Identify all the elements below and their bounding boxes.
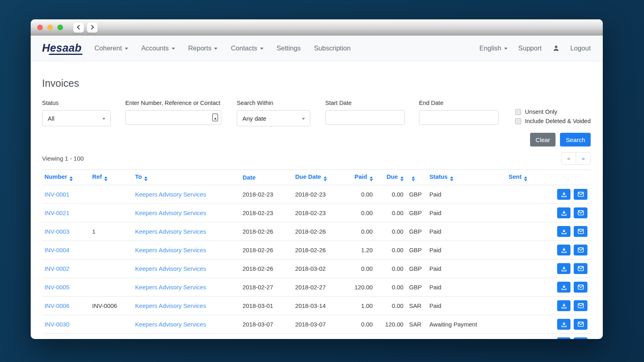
column-header-currency[interactable] [407,170,427,185]
invoice-number-link[interactable]: INV-0003 [44,228,69,235]
download-invoice-button[interactable] [557,189,571,200]
menu-item-subscription[interactable]: Subscription [314,44,351,52]
email-invoice-button[interactable] [574,337,587,339]
email-invoice-button[interactable] [574,263,587,274]
column-header-to[interactable]: To [133,170,240,185]
filter-actions: Clear Search [42,133,591,146]
invoice-sent [506,334,555,339]
contact-picker-icon[interactable] [212,113,218,121]
invoice-number-link[interactable]: INV-0004 [44,247,69,253]
download-invoice-button[interactable] [557,263,571,274]
start-date-input[interactable] [325,110,405,125]
column-header-date[interactable]: Date [240,170,293,185]
invoice-contact-link[interactable]: Keepers Advisory Services [135,228,206,235]
invoice-due-amount: 0.00 [376,185,407,204]
invoice-sent [506,315,555,334]
column-header-ref[interactable]: Ref [90,170,133,185]
search-button[interactable]: Search [560,133,591,146]
invoice-number-link[interactable]: INV-0002 [44,266,69,272]
invoice-date: 2018-02-26 [240,241,293,259]
download-icon [561,266,567,272]
invoice-contact-link[interactable]: Keepers Advisory Services [135,284,206,291]
download-icon [561,247,567,253]
table-row: INV-0004 Keepers Advisory Services 2018-… [42,241,591,259]
menu-item-settings[interactable]: Settings [277,44,301,52]
email-icon [578,229,584,234]
column-header-due[interactable]: Due [376,170,407,185]
invoice-due-date: 2018-02-23 [293,204,335,222]
window-titlebar [31,19,603,36]
download-invoice-button[interactable] [557,207,571,218]
menu-item-accounts[interactable]: Accounts [141,44,175,52]
invoice-number-link[interactable]: INV-0021 [44,210,69,216]
end-date-input[interactable] [419,110,499,125]
window-zoom-button[interactable] [57,25,63,30]
support-link[interactable]: Support [518,44,542,52]
invoice-status: Paid [427,185,506,204]
invoice-number-link[interactable]: INV-0006 [44,303,69,309]
desktop-background: Hesaab Coherent Accounts Reports Contact… [0,0,644,362]
search-within-select[interactable]: Any date [237,110,310,126]
column-header-status[interactable]: Status [427,170,506,185]
invoice-contact-link[interactable]: Keepers Advisory Services [135,266,206,272]
invoice-status: Paid [427,297,506,315]
download-invoice-button[interactable] [557,300,571,311]
language-dropdown[interactable]: English [480,44,507,52]
invoice-contact-link[interactable]: Keepers Advisory Services [135,321,206,328]
column-header-due-date[interactable]: Due Date [293,170,335,185]
browser-forward-button[interactable] [87,22,98,33]
invoice-number-link[interactable]: INV-0001 [44,191,69,198]
download-invoice-button[interactable] [557,245,571,255]
previous-page-button[interactable]: « [561,152,576,165]
sort-icon [144,176,147,181]
browser-back-button[interactable] [73,22,84,33]
window-close-button[interactable] [37,25,43,30]
table-row: INV-0005 Keepers Advisory Services 2018-… [42,278,591,297]
invoice-number-link[interactable]: INV-0005 [44,284,69,291]
email-invoice-button[interactable] [574,319,587,330]
unsent-only-checkbox[interactable]: Unsent Only [515,109,591,115]
invoice-currency: SAR [407,334,427,339]
email-invoice-button[interactable] [574,300,587,311]
query-input[interactable] [125,110,221,125]
invoice-status: Paid [427,204,506,222]
email-invoice-button[interactable] [574,207,587,218]
invoice-contact-link[interactable]: Keepers Advisory Services [135,191,206,198]
invoice-paid-amount: 0.00 [335,185,376,204]
invoice-ref [90,259,133,278]
download-invoice-button[interactable] [557,282,571,293]
invoice-status: Paid [427,259,506,278]
clear-button[interactable]: Clear [530,133,556,146]
email-invoice-button[interactable] [574,226,587,237]
download-icon [561,285,567,290]
user-icon[interactable] [553,45,560,52]
invoice-currency: SAR [407,297,427,315]
column-header-number[interactable]: Number [42,170,90,185]
window-minimize-button[interactable] [47,25,53,30]
column-header-paid[interactable]: Paid [335,170,376,185]
menu-item-coherent[interactable]: Coherent [95,44,128,52]
next-page-button[interactable]: » [576,152,591,165]
invoice-paid-amount: 22.00 [335,334,376,339]
logout-link[interactable]: Logout [570,44,591,52]
chevron-down-icon [260,48,263,50]
page-content: Invoices Status All Enter Number, Refere… [31,61,603,339]
email-invoice-button[interactable] [574,245,587,255]
menu-item-contacts[interactable]: Contacts [231,44,263,52]
download-invoice-button[interactable] [557,337,571,339]
invoice-number-link[interactable]: INV-0030 [44,321,69,328]
menu-item-reports[interactable]: Reports [188,44,218,52]
sort-icon [104,176,107,181]
brand-logo[interactable]: Hesaab [42,42,84,54]
download-invoice-button[interactable] [557,226,571,237]
invoice-contact-link[interactable]: Keepers Advisory Services [135,303,206,309]
email-invoice-button[interactable] [574,189,587,200]
email-invoice-button[interactable] [574,282,587,293]
invoice-contact-link[interactable]: Keepers Advisory Services [135,247,206,253]
invoice-due-amount: 120.00 [376,315,407,334]
invoice-contact-link[interactable]: Keepers Advisory Services [135,210,206,216]
column-header-sent[interactable]: Sent [506,170,555,185]
download-invoice-button[interactable] [557,319,571,330]
include-deleted-checkbox[interactable]: Include Deleted & Voided [515,118,591,124]
status-select[interactable]: All [42,110,111,126]
